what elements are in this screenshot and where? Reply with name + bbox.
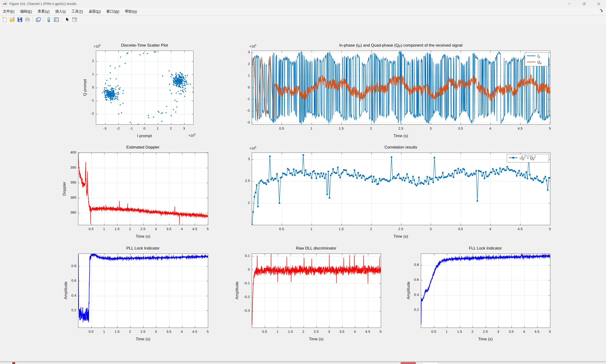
iq-legend-entry-0: IP (526, 53, 547, 59)
desktop-strip (0, 361, 606, 364)
menu-item-1[interactable]: 编辑(E) (17, 8, 35, 15)
menu-item-2[interactable]: 查看(V) (35, 8, 52, 15)
legend-line-sample (526, 60, 536, 65)
menu-item-4[interactable]: 工具(T) (69, 8, 86, 15)
legend-line-sample (509, 156, 518, 161)
background-icon-red[interactable] (12, 362, 15, 364)
legend-label: √IP2 + QP2 (519, 156, 536, 161)
property-inspector-icon[interactable] (71, 16, 78, 23)
restore-button[interactable] (577, 0, 591, 8)
minimize-button[interactable] (562, 0, 577, 8)
iq-legend-entry-1: QP (526, 59, 547, 65)
toolbar-separator (62, 17, 62, 23)
menu-item-0[interactable]: 文件(F) (0, 8, 17, 15)
background-window-red[interactable] (401, 362, 416, 364)
background-window-white[interactable] (422, 362, 438, 364)
new-figure-icon[interactable] (1, 16, 8, 23)
figure-canvas (0, 24, 606, 361)
menu-item-3[interactable]: 插入(I) (52, 8, 69, 15)
dock-figure-icon[interactable] (599, 9, 604, 14)
open-file-icon[interactable] (9, 16, 16, 23)
legend-label: IP (537, 54, 540, 59)
link-plot-icon[interactable] (35, 16, 42, 23)
window-controls (562, 0, 606, 8)
save-figure-icon[interactable] (16, 16, 23, 23)
legend-label: QP (537, 60, 542, 65)
legend-line-sample (526, 54, 536, 59)
figure-window: Figure 101: Channel 1 (PRN 4 gpsl1c) res… (0, 0, 606, 364)
matlab-figure-icon (2, 1, 7, 6)
toolbar-separator (33, 17, 33, 23)
insert-legend-icon[interactable] (53, 16, 60, 23)
corr-legend[interactable]: √IP2 + QP2 (507, 154, 549, 162)
insert-colorbar-icon[interactable] (45, 16, 52, 23)
edit-plot-icon[interactable] (63, 16, 70, 23)
toolbar (0, 15, 606, 24)
menu-item-5[interactable]: 桌面(D) (86, 8, 104, 15)
close-button[interactable] (591, 0, 606, 8)
menu-item-6[interactable]: 窗口(W) (103, 8, 122, 15)
toolbar-separator (43, 17, 43, 23)
title-bar: Figure 101: Channel 1 (PRN 4 gpsl1c) res… (0, 0, 606, 8)
iq-legend[interactable]: IPQP (525, 52, 549, 66)
menu-bar: 文件(F)编辑(E)查看(V)插入(I)工具(T)桌面(D)窗口(W)帮助(H) (0, 8, 606, 15)
corr-legend-entry-0: √IP2 + QP2 (509, 155, 547, 161)
print-figure-icon[interactable] (24, 16, 31, 23)
window-title: Figure 101: Channel 1 (PRN 4 gpsl1c) res… (10, 2, 76, 6)
menu-item-7[interactable]: 帮助(H) (122, 8, 140, 15)
